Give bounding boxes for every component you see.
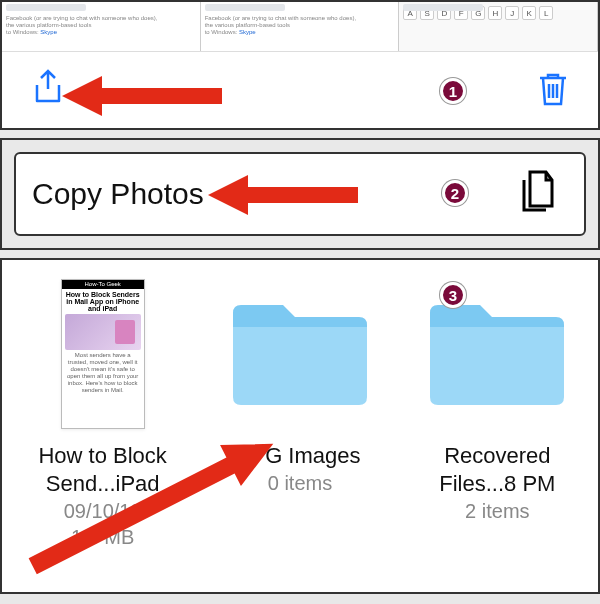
copy-photos-action[interactable]: Copy Photos [14, 152, 586, 236]
folder-name: Recovered Files...8 PM [439, 442, 555, 498]
share-button[interactable] [30, 69, 66, 113]
panel-share-sheet: Copy Photos [0, 138, 600, 250]
app-thumb-keyboard[interactable]: A S D F G H J K L [399, 2, 598, 51]
file-preview: How-To Geek How to Block Senders in Mail… [10, 274, 195, 434]
folder-item[interactable]: JPG Images 0 items [207, 274, 392, 550]
key: F [454, 6, 468, 20]
panel-files: How-To Geek How to Block Senders in Mail… [0, 258, 600, 594]
article-thumbnail: How-To Geek How to Block Senders in Mail… [61, 279, 145, 429]
file-item[interactable]: How-To Geek How to Block Senders in Mail… [10, 274, 195, 550]
folder-icon [422, 295, 572, 413]
action-toolbar [2, 52, 598, 130]
folder-name: JPG Images [239, 442, 360, 470]
key: S [420, 6, 434, 20]
key: G [471, 6, 485, 20]
copy-icon [516, 168, 560, 220]
key: D [437, 6, 451, 20]
files-grid: How-To Geek How to Block Senders in Mail… [10, 274, 590, 550]
panel-share-toolbar: Facebook (or are trying to chat with som… [0, 0, 600, 130]
app-thumb[interactable]: Facebook (or are trying to chat with som… [201, 2, 400, 51]
trash-icon [536, 70, 570, 108]
folder-count: 0 items [268, 470, 332, 496]
share-icon [30, 69, 66, 109]
key: J [505, 6, 519, 20]
copy-photos-label: Copy Photos [32, 177, 204, 211]
key: H [488, 6, 502, 20]
file-size: 1.3 MB [71, 524, 134, 550]
key: K [522, 6, 536, 20]
folder-item[interactable]: Recovered Files...8 PM 2 items [405, 274, 590, 550]
folder-icon [225, 295, 375, 413]
key: L [539, 6, 553, 20]
folder-preview [405, 274, 590, 434]
folder-count: 2 items [465, 498, 529, 524]
app-thumb[interactable]: Facebook (or are trying to chat with som… [2, 2, 201, 51]
delete-button[interactable] [536, 70, 570, 112]
file-date: 09/10/19 [64, 498, 142, 524]
thumbnail-strip: Facebook (or are trying to chat with som… [2, 2, 598, 52]
file-name: How to Block Send...iPad [38, 442, 166, 498]
folder-preview [207, 274, 392, 434]
key: A [403, 6, 417, 20]
